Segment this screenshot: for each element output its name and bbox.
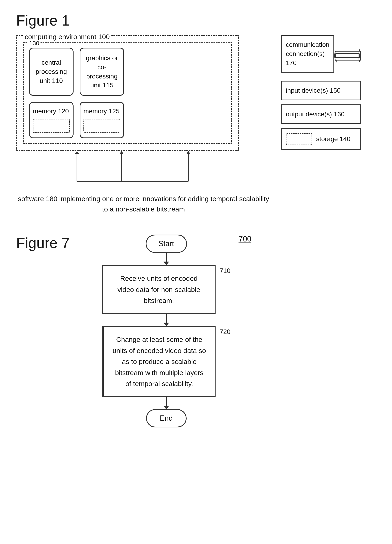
arrow1 bbox=[166, 253, 167, 265]
comm-box: communication connection(s) 170 bbox=[281, 35, 334, 73]
input-box: input device(s) 150 bbox=[281, 81, 361, 100]
memory1-box: memory 120 bbox=[29, 102, 74, 138]
computing-env-section: computing environment 100 130 central pr… bbox=[16, 35, 271, 214]
figure7-section: Figure 7 Start Receive units of encoded … bbox=[16, 235, 376, 427]
comm-label: communication connection(s) 170 bbox=[286, 41, 329, 66]
step1-num: 710 bbox=[219, 265, 230, 275]
memory-row: memory 120 memory 125 bbox=[29, 102, 226, 138]
step2-text: Change at least some of the units of enc… bbox=[113, 336, 206, 387]
svg-marker-3 bbox=[120, 151, 124, 154]
storage-box: storage 140 bbox=[281, 128, 361, 150]
end-shape: End bbox=[146, 409, 187, 427]
software-arrows-svg bbox=[16, 151, 237, 183]
gpu-label: graphics or co-processing unit 115 bbox=[85, 53, 119, 90]
arrow2 bbox=[166, 314, 167, 326]
output-label: output device(s) 160 bbox=[286, 111, 345, 118]
step1-box: Receive units of encoded video data for … bbox=[102, 265, 216, 314]
software-label: software 180 implementing one or more in… bbox=[16, 194, 271, 214]
comm-row: communication connection(s) 170 bbox=[281, 35, 361, 77]
fig7-title: Figure 7 bbox=[16, 235, 70, 251]
memory2-box: memory 125 bbox=[80, 102, 124, 138]
double-arrow-svg bbox=[334, 48, 361, 64]
inner-box-130: 130 central processing unit 110 graphics… bbox=[23, 42, 232, 144]
step2-row: Change at least some of the units of enc… bbox=[102, 326, 230, 397]
storage-inner-dashed bbox=[286, 133, 312, 145]
end-label: End bbox=[160, 414, 173, 422]
svg-marker-1 bbox=[75, 151, 79, 154]
memory2-label: memory 125 bbox=[83, 107, 120, 115]
processors-row: central processing unit 110 graphics or … bbox=[29, 48, 226, 96]
svg-marker-7 bbox=[186, 151, 190, 154]
step2-num: 720 bbox=[219, 326, 230, 336]
inner-130-label: 130 bbox=[28, 40, 40, 47]
right-column: communication connection(s) 170 bbox=[281, 35, 361, 150]
storage-label: storage 140 bbox=[316, 135, 351, 143]
memory1-label: memory 120 bbox=[33, 107, 69, 115]
memory2-inner-dashed bbox=[83, 119, 120, 133]
cpu-box: central processing unit 110 bbox=[29, 48, 74, 96]
gpu-box: graphics or co-processing unit 115 bbox=[80, 48, 124, 96]
step2-box: Change at least some of the units of enc… bbox=[102, 326, 216, 397]
fig7-number: 700 bbox=[239, 235, 251, 243]
computing-env-box: computing environment 100 130 central pr… bbox=[16, 35, 239, 151]
step1-text: Receive units of encoded video data for … bbox=[117, 275, 200, 304]
fig7-num-label: 700 bbox=[239, 235, 251, 243]
arrow3 bbox=[166, 397, 167, 409]
output-box: output device(s) 160 bbox=[281, 104, 361, 124]
cpu-label: central processing unit 110 bbox=[34, 58, 69, 85]
fig7-inner: Figure 7 Start Receive units of encoded … bbox=[16, 235, 376, 427]
input-label: input device(s) 150 bbox=[286, 87, 340, 94]
fig1-title: Figure 1 bbox=[16, 12, 376, 29]
flowchart: Start Receive units of encoded video dat… bbox=[102, 235, 230, 427]
start-label: Start bbox=[159, 239, 174, 248]
memory1-inner-dashed bbox=[33, 119, 70, 133]
step1-row: Receive units of encoded video data for … bbox=[102, 265, 230, 314]
fig1-diagram: computing environment 100 130 central pr… bbox=[16, 35, 361, 214]
top-row: Start Receive units of encoded video dat… bbox=[82, 235, 251, 427]
start-shape: Start bbox=[146, 235, 187, 253]
figure1-section: Figure 1 computing environment 100 130 c… bbox=[16, 12, 376, 214]
